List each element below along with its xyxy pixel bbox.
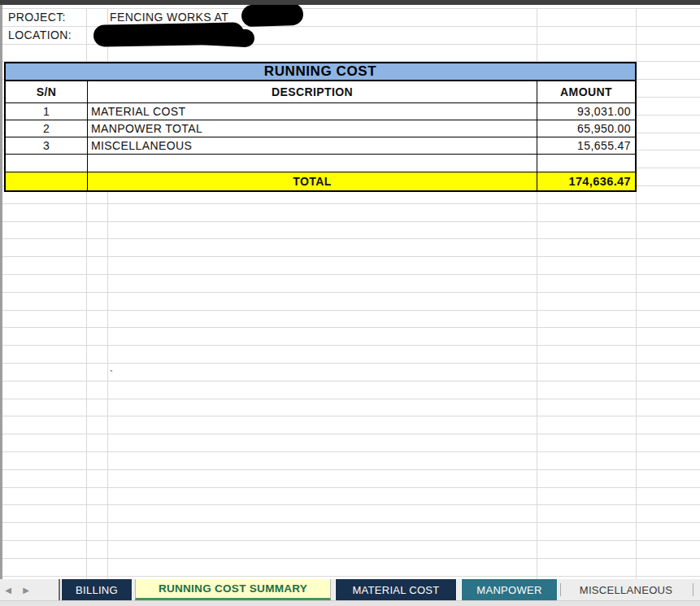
tab-separator [560,583,561,596]
total-label-cell[interactable]: TOTAL [88,172,537,190]
total-sn-cell[interactable] [6,172,88,190]
total-amount-cell[interactable]: 174,636.47 [537,172,635,190]
description-cell[interactable] [88,155,537,172]
sn-cell[interactable]: 2 [6,120,88,137]
scroll-tabs-left-icon[interactable]: ◀ [1,579,15,600]
sn-cell[interactable]: 1 [6,103,88,120]
table-header-row: S/N DESCRIPTION AMOUNT [6,81,635,103]
table-empty-row [6,155,635,172]
table-row: 2 MANPOWER TOTAL 65,950.00 [6,120,635,137]
sheet-tab-billing[interactable]: BILLING [61,579,133,600]
sheet-tab-material-cost[interactable]: MATERIAL COST [335,579,457,600]
column-header-sn[interactable]: S/N [6,81,88,103]
table-total-row: TOTAL 174,636.47 [6,172,635,190]
spreadsheet-window: PROJECT: FENCING WORKS AT LOCATION: RUNN… [0,0,700,606]
sheet-tab-running-cost-summary[interactable]: RUNNING COST SUMMARY [135,579,331,600]
tab-bar-divider [59,579,60,600]
amount-cell[interactable]: 65,950.00 [537,120,635,137]
stray-character-cell[interactable]: ` [110,369,113,381]
sn-cell[interactable]: 3 [6,137,88,155]
description-cell[interactable]: MANPOWER TOTAL [88,120,537,137]
scroll-tabs-right-icon[interactable]: ▶ [19,579,33,600]
column-header-amount[interactable]: AMOUNT [537,81,635,103]
worksheet-grid[interactable]: PROJECT: FENCING WORKS AT LOCATION: RUNN… [2,5,700,579]
table-row: 3 MISCELLANEOUS 15,655.47 [6,137,635,155]
sheet-tab-bar: ◀ ▶ BILLING RUNNING COST SUMMARY MATERIA… [0,579,700,600]
tab-separator [693,583,693,596]
column-header-description[interactable]: DESCRIPTION [88,81,537,103]
description-cell[interactable]: MATERIAL COST [88,103,537,120]
project-value-cell[interactable]: FENCING WORKS AT [110,11,228,24]
description-cell[interactable]: MISCELLANEOUS [88,137,537,155]
sheet-tab-miscellaneous[interactable]: MISCELLANEOUS [563,579,689,600]
amount-cell[interactable]: 15,655.47 [537,137,635,155]
project-label-cell[interactable]: PROJECT: [8,11,66,24]
table-title-cell[interactable]: RUNNING COST [6,63,635,81]
sheet-tab-manpower[interactable]: MANPOWER [461,579,558,600]
redaction-blob-project [241,5,304,27]
running-cost-table: RUNNING COST S/N DESCRIPTION AMOUNT 1 MA… [4,62,637,192]
location-label-cell[interactable]: LOCATION: [8,28,72,41]
table-row: 1 MATERIAL COST 93,031.00 [6,103,635,120]
amount-cell[interactable] [537,155,635,172]
amount-cell[interactable]: 93,031.00 [537,103,635,120]
sn-cell[interactable] [6,155,88,172]
status-bar-edge [0,600,700,606]
